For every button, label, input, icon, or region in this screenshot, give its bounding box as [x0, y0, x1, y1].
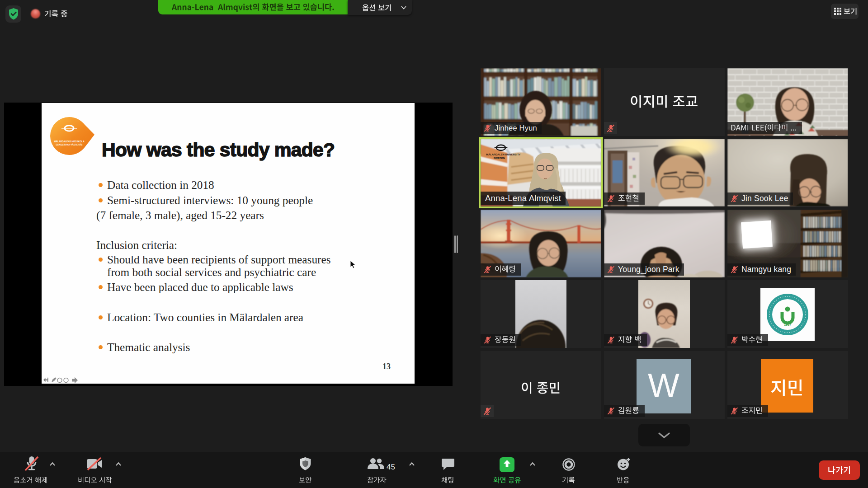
svg-text:1967: 1967: [784, 323, 791, 326]
svg-text:MÄLARDALENS HÖGSKOLA: MÄLARDALENS HÖGSKOLA: [54, 140, 85, 143]
svg-text:How was the study made?: How was the study made?: [102, 139, 335, 160]
svg-text:ESKILSTUNA VÄSTERÅS: ESKILSTUNA VÄSTERÅS: [56, 143, 83, 146]
svg-text:SWEDEN: SWEDEN: [494, 157, 505, 160]
svg-text:MÄLARDALEN UNIVERSITY: MÄLARDALEN UNIVERSITY: [486, 153, 520, 156]
